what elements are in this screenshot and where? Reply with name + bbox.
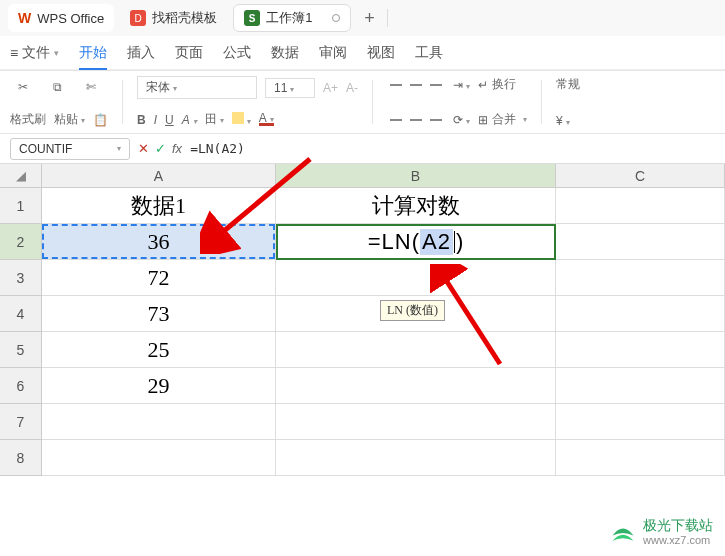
- cell-b5[interactable]: [276, 332, 556, 368]
- menu-view[interactable]: 视图: [367, 44, 395, 62]
- confirm-formula-button[interactable]: ✓: [155, 141, 166, 156]
- ribbon-separator: [122, 80, 123, 124]
- wrap-text-button[interactable]: ↵换行: [478, 76, 516, 93]
- align-top-right-button[interactable]: [427, 78, 445, 92]
- cell-a3[interactable]: 72: [42, 260, 276, 296]
- cell-c6[interactable]: [556, 368, 725, 404]
- paste-button[interactable]: 粘贴: [54, 111, 85, 128]
- cell-c1[interactable]: [556, 188, 725, 224]
- menu-review[interactable]: 审阅: [319, 44, 347, 62]
- cell-a8[interactable]: [42, 440, 276, 476]
- ribbon-separator: [372, 80, 373, 124]
- increase-font-button[interactable]: A+: [323, 81, 338, 95]
- cell-b2-suffix: ): [456, 229, 464, 255]
- strikethrough-button[interactable]: A: [182, 113, 197, 127]
- tab-templates[interactable]: D 找稻壳模板: [120, 4, 227, 32]
- italic-button[interactable]: I: [154, 113, 157, 127]
- app-name-label: WPS Office: [37, 11, 104, 26]
- cell-c4[interactable]: [556, 296, 725, 332]
- watermark: 极光下载站 www.xz7.com: [609, 518, 713, 546]
- cell-c2[interactable]: [556, 224, 725, 260]
- cell-a2[interactable]: 36: [42, 224, 276, 260]
- row-header-2[interactable]: 2: [0, 224, 42, 260]
- menu-insert[interactable]: 插入: [127, 44, 155, 62]
- formula-input[interactable]: =LN(A2): [190, 141, 245, 156]
- menu-bar: ≡ 文件 ▾ 开始 插入 页面 公式 数据 审阅 视图 工具: [0, 36, 725, 70]
- name-box[interactable]: COUNTIF ▾: [10, 138, 130, 160]
- row-header-8[interactable]: 8: [0, 440, 42, 476]
- menu-data[interactable]: 数据: [271, 44, 299, 62]
- indent-button[interactable]: ⇥: [453, 78, 470, 92]
- menu-start[interactable]: 开始: [79, 44, 107, 62]
- align-right-button[interactable]: [427, 113, 445, 127]
- row-header-1[interactable]: 1: [0, 188, 42, 224]
- row-header-6[interactable]: 6: [0, 368, 42, 404]
- row-header-7[interactable]: 7: [0, 404, 42, 440]
- cell-b8[interactable]: [276, 440, 556, 476]
- cell-a7[interactable]: [42, 404, 276, 440]
- copy-icon[interactable]: ⧉: [44, 76, 70, 98]
- column-header-b[interactable]: B: [276, 164, 556, 187]
- tab-templates-label: 找稻壳模板: [152, 9, 217, 27]
- currency-button[interactable]: ¥: [556, 114, 570, 128]
- cell-c7[interactable]: [556, 404, 725, 440]
- tab-app[interactable]: W WPS Office: [8, 4, 114, 32]
- row-header-3[interactable]: 3: [0, 260, 42, 296]
- underline-button[interactable]: U: [165, 113, 174, 127]
- cell-c3[interactable]: [556, 260, 725, 296]
- cell-b2[interactable]: =LN(A2): [276, 224, 556, 260]
- decrease-font-button[interactable]: A-: [346, 81, 358, 95]
- merge-cells-button[interactable]: ⊞合并: [478, 111, 527, 128]
- chevron-down-icon: ▾: [54, 48, 59, 58]
- cut-icon[interactable]: ✄: [78, 76, 104, 98]
- align-left-button[interactable]: [387, 113, 405, 127]
- ribbon: ✂ ⧉ ✄ 格式刷 粘贴 📋 宋体 11 A+ A- B I U A 田 A: [0, 70, 725, 134]
- bold-button[interactable]: B: [137, 113, 146, 127]
- menu-file-label: 文件: [22, 44, 50, 62]
- select-all-corner[interactable]: ◢: [0, 164, 42, 187]
- font-size-select[interactable]: 11: [265, 78, 315, 98]
- border-button[interactable]: 田: [205, 111, 224, 128]
- cell-a4[interactable]: 73: [42, 296, 276, 332]
- cell-a6[interactable]: 29: [42, 368, 276, 404]
- title-bar: W WPS Office D 找稻壳模板 S 工作簿1 +: [0, 0, 725, 36]
- align-top-left-button[interactable]: [387, 78, 405, 92]
- cell-c8[interactable]: [556, 440, 725, 476]
- add-tab-button[interactable]: +: [357, 8, 381, 29]
- row-header-4[interactable]: 4: [0, 296, 42, 332]
- tab-modified-indicator-icon: [332, 14, 340, 22]
- clipboard-icon[interactable]: 📋: [93, 113, 108, 127]
- ribbon-number-group: 常规 ¥: [556, 76, 580, 128]
- format-painter-icon[interactable]: ✂: [10, 76, 36, 98]
- cell-b1[interactable]: 计算对数: [276, 188, 556, 224]
- menu-formula[interactable]: 公式: [223, 44, 251, 62]
- font-color-button[interactable]: A: [259, 113, 274, 127]
- ribbon-clipboard-group: ✂ ⧉ ✄ 格式刷 粘贴 📋: [10, 76, 108, 128]
- row-3: 3 72: [0, 260, 725, 296]
- fill-color-button[interactable]: [232, 112, 251, 127]
- column-header-c[interactable]: C: [556, 164, 725, 187]
- cell-b3[interactable]: [276, 260, 556, 296]
- row-8: 8: [0, 440, 725, 476]
- cell-b7[interactable]: [276, 404, 556, 440]
- rotation-button[interactable]: ⟳: [453, 113, 470, 127]
- format-painter-label[interactable]: 格式刷: [10, 111, 46, 128]
- cell-a1[interactable]: 数据1: [42, 188, 276, 224]
- cancel-formula-button[interactable]: ✕: [138, 141, 149, 156]
- wps-logo-icon: W: [18, 10, 31, 26]
- cell-c5[interactable]: [556, 332, 725, 368]
- align-top-center-button[interactable]: [407, 78, 425, 92]
- tab-workbook[interactable]: S 工作簿1: [233, 4, 351, 32]
- cell-b6[interactable]: [276, 368, 556, 404]
- row-header-5[interactable]: 5: [0, 332, 42, 368]
- menu-tools[interactable]: 工具: [415, 44, 443, 62]
- cell-a5[interactable]: 25: [42, 332, 276, 368]
- hamburger-icon: ≡: [10, 45, 18, 61]
- menu-page[interactable]: 页面: [175, 44, 203, 62]
- menu-file[interactable]: ≡ 文件 ▾: [10, 44, 59, 62]
- align-center-button[interactable]: [407, 113, 425, 127]
- column-header-a[interactable]: A: [42, 164, 276, 187]
- fx-button[interactable]: fx: [172, 141, 182, 156]
- font-family-select[interactable]: 宋体: [137, 76, 257, 99]
- number-format-select[interactable]: 常规: [556, 76, 580, 93]
